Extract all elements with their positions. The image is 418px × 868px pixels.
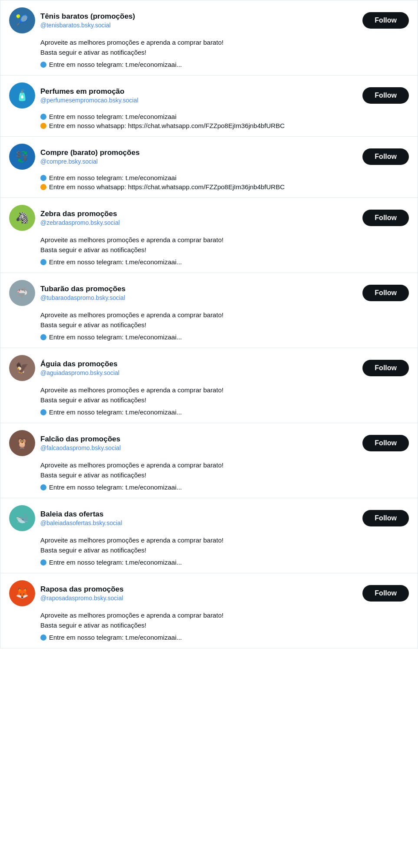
link-text[interactable]: Entre em nosso whatsapp: https://chat.wh… <box>49 183 285 191</box>
link-text[interactable]: Entre em nosso telegram: t.me/economizaa… <box>49 634 182 641</box>
link-item-0: Entre em nosso telegram: t.me/economizaa… <box>40 634 409 641</box>
avatar: 🐋 <box>9 505 35 531</box>
account-card-zebra: 🦓Zebra das promoções@zebradaspromo.bsky.… <box>0 197 418 273</box>
account-body: Aproveite as melhores promoções e aprend… <box>9 536 409 566</box>
link-text[interactable]: Entre em nosso telegram: t.me/economizaa… <box>49 559 182 566</box>
account-card-compre: 💱Compre (barato) promoções@compre.bsky.s… <box>0 136 418 197</box>
account-links: Entre em nosso telegram: t.me/economizaa… <box>40 258 409 266</box>
account-body: Entre em nosso telegram: t.me/economizaa… <box>9 174 409 191</box>
link-dot-icon <box>40 484 46 490</box>
avatar: 💱 <box>9 144 35 170</box>
avatar: 🧴 <box>9 82 35 108</box>
follow-button-falcao[interactable]: Follow <box>362 435 409 451</box>
link-item-0: Entre em nosso telegram: t.me/economizaa… <box>40 333 409 341</box>
link-dot-icon <box>40 559 46 566</box>
link-text[interactable]: Entre em nosso telegram: t.me/economizaa… <box>49 483 182 491</box>
account-links: Entre em nosso telegram: t.me/economizaa… <box>40 113 409 129</box>
follow-button-perfumes[interactable]: Follow <box>362 87 409 104</box>
account-description: Aproveite as melhores promoções e aprend… <box>40 310 409 330</box>
account-card-raposa: 🦊Raposa das promoções@raposadaspromo.bsk… <box>0 573 418 648</box>
link-item-0: Entre em nosso telegram: t.me/economizaa… <box>40 174 409 181</box>
avatar: 🦅 <box>9 355 35 381</box>
account-body: Aproveite as melhores promoções e aprend… <box>9 385 409 416</box>
account-links: Entre em nosso telegram: t.me/economizaa… <box>40 559 409 566</box>
account-description: Aproveite as melhores promoções e aprend… <box>40 38 409 57</box>
account-description: Aproveite as melhores promoções e aprend… <box>40 460 409 480</box>
follow-button-tennis[interactable]: Follow <box>362 12 409 29</box>
account-body: Aproveite as melhores promoções e aprend… <box>9 460 409 491</box>
follow-button-tubarao[interactable]: Follow <box>362 285 409 301</box>
link-text[interactable]: Entre em nosso telegram: t.me/economizaa… <box>49 258 182 266</box>
follow-button-compre[interactable]: Follow <box>362 148 409 165</box>
link-text[interactable]: Entre em nosso telegram: t.me/economizaa… <box>49 333 182 341</box>
account-links: Entre em nosso telegram: t.me/economizaa… <box>40 483 409 491</box>
account-name: Águia das promoções <box>40 360 119 368</box>
account-info: Compre (barato) promoções@compre.bsky.so… <box>40 148 140 165</box>
account-header-left: 🦊Raposa das promoções@raposadaspromo.bsk… <box>9 580 124 606</box>
account-header-left: 🦉Falcão das promoções@falcaodaspromo.bsk… <box>9 430 121 456</box>
account-description: Aproveite as melhores promoções e aprend… <box>40 611 409 630</box>
avatar: 🦉 <box>9 430 35 456</box>
account-handle[interactable]: @tubaraodaspromo.bsky.social <box>40 294 125 301</box>
avatar: 🎾 <box>9 7 35 33</box>
account-handle[interactable]: @baleiadasofertas.bsky.social <box>40 519 122 526</box>
link-item-0: Entre em nosso telegram: t.me/economizaa… <box>40 113 409 120</box>
account-header: 🎾Tênis baratos (promoções)@tenisbaratos.… <box>9 7 409 33</box>
link-text[interactable]: Entre em nosso telegram: t.me/economizaa… <box>49 61 182 68</box>
account-card-perfumes: 🧴Perfumes em promoção@perfumesempromocao… <box>0 75 418 136</box>
link-item-0: Entre em nosso telegram: t.me/economizaa… <box>40 258 409 266</box>
account-links: Entre em nosso telegram: t.me/economizaa… <box>40 61 409 68</box>
account-name: Baleia das ofertas <box>40 510 122 519</box>
account-description: Aproveite as melhores promoções e aprend… <box>40 385 409 405</box>
account-header: 🦓Zebra das promoções@zebradaspromo.bsky.… <box>9 205 409 231</box>
link-text[interactable]: Entre em nosso telegram: t.me/economizaa… <box>49 113 176 120</box>
account-header: 🐋Baleia das ofertas@baleiadasofertas.bsk… <box>9 505 409 531</box>
link-dot-icon <box>40 184 46 190</box>
account-name: Raposa das promoções <box>40 585 124 594</box>
account-info: Baleia das ofertas@baleiadasofertas.bsky… <box>40 510 122 526</box>
account-card-baleia: 🐋Baleia das ofertas@baleiadasofertas.bsk… <box>0 498 418 573</box>
account-links: Entre em nosso telegram: t.me/economizaa… <box>40 634 409 641</box>
account-handle[interactable]: @aguiadaspromo.bsky.social <box>40 369 119 376</box>
account-header-left: 💱Compre (barato) promoções@compre.bsky.s… <box>9 144 140 170</box>
account-body: Aproveite as melhores promoções e aprend… <box>9 310 409 341</box>
account-handle[interactable]: @falcaodaspromo.bsky.social <box>40 444 121 451</box>
link-dot-icon <box>40 409 46 415</box>
account-info: Raposa das promoções@raposadaspromo.bsky… <box>40 585 124 602</box>
account-description: Aproveite as melhores promoções e aprend… <box>40 235 409 255</box>
account-info: Tênis baratos (promoções)@tenisbaratos.b… <box>40 12 135 29</box>
account-handle[interactable]: @zebradaspromo.bsky.social <box>40 219 120 226</box>
account-name: Tênis baratos (promoções) <box>40 12 135 21</box>
account-info: Perfumes em promoção@perfumesempromocao.… <box>40 87 138 104</box>
link-dot-icon <box>40 259 46 265</box>
account-header: 🦊Raposa das promoções@raposadaspromo.bsk… <box>9 580 409 606</box>
follow-button-baleia[interactable]: Follow <box>362 510 409 526</box>
account-name: Tubarão das promoções <box>40 285 125 293</box>
account-name: Falcão das promoções <box>40 435 121 444</box>
account-description: Aproveite as melhores promoções e aprend… <box>40 536 409 555</box>
account-list: 🎾Tênis baratos (promoções)@tenisbaratos.… <box>0 0 418 648</box>
link-dot-icon <box>40 334 46 340</box>
account-header-left: 🦅Águia das promoções@aguiadaspromo.bsky.… <box>9 355 119 381</box>
link-text[interactable]: Entre em nosso whatsapp: https://chat.wh… <box>49 122 285 129</box>
account-links: Entre em nosso telegram: t.me/economizaa… <box>40 408 409 416</box>
account-handle[interactable]: @raposadaspromo.bsky.social <box>40 595 124 602</box>
link-item-1: Entre em nosso whatsapp: https://chat.wh… <box>40 122 409 129</box>
account-body: Aproveite as melhores promoções e aprend… <box>9 38 409 68</box>
account-handle[interactable]: @tenisbaratos.bsky.social <box>40 22 135 29</box>
account-handle[interactable]: @compre.bsky.social <box>40 158 140 165</box>
link-text[interactable]: Entre em nosso telegram: t.me/economizaa… <box>49 408 182 416</box>
account-header-left: 🎾Tênis baratos (promoções)@tenisbaratos.… <box>9 7 135 33</box>
follow-button-aguia[interactable]: Follow <box>362 360 409 376</box>
account-handle[interactable]: @perfumesempromocao.bsky.social <box>40 97 138 104</box>
link-dot-icon <box>40 635 46 641</box>
link-dot-icon <box>40 123 46 129</box>
account-info: Falcão das promoções@falcaodaspromo.bsky… <box>40 435 121 451</box>
account-header-left: 🐋Baleia das ofertas@baleiadasofertas.bsk… <box>9 505 122 531</box>
follow-button-zebra[interactable]: Follow <box>362 210 409 226</box>
account-header: 💱Compre (barato) promoções@compre.bsky.s… <box>9 144 409 170</box>
link-item-0: Entre em nosso telegram: t.me/economizaa… <box>40 483 409 491</box>
link-dot-icon <box>40 62 46 68</box>
link-text[interactable]: Entre em nosso telegram: t.me/economizaa… <box>49 174 176 181</box>
follow-button-raposa[interactable]: Follow <box>362 585 409 602</box>
